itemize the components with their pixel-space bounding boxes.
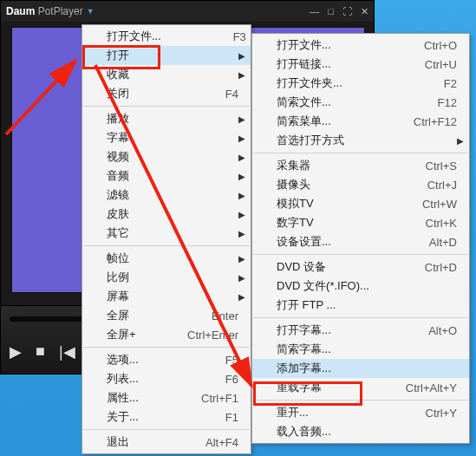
main-menu-item-19[interactable]: 选项...F5 <box>82 350 251 369</box>
open-menu-item-22[interactable]: 重开...Ctrl+Y <box>252 403 469 422</box>
menu-item-label: 滤镜 <box>107 187 238 203</box>
menu-item-label: 关于... <box>107 409 188 425</box>
main-menu-item-17[interactable]: 全屏+Ctrl+Enter <box>82 325 251 344</box>
menu-item-shortcut: Ctrl+O <box>407 39 457 52</box>
main-menu-item-14[interactable]: 比例▶ <box>82 268 251 287</box>
menu-item-shortcut: Ctrl+U <box>407 58 457 71</box>
submenu-arrow-icon: ▶ <box>238 254 245 264</box>
open-menu-item-9[interactable]: 模拟TVCtrl+W <box>252 194 469 213</box>
menu-item-shortcut: Ctrl+S <box>407 160 457 173</box>
menu-item-label: 模拟TV <box>277 196 407 212</box>
open-menu-item-14[interactable]: DVD 文件(*.IFO)... <box>252 277 469 296</box>
menu-item-shortcut: F12 <box>407 96 457 109</box>
open-menu-item-8[interactable]: 摄像头Ctrl+J <box>252 175 469 194</box>
open-menu-item-3[interactable]: 简索文件...F12 <box>252 93 469 112</box>
menu-item-label: 数字TV <box>277 215 407 231</box>
menu-item-label: 简索菜单... <box>277 114 407 129</box>
open-menu-item-17[interactable]: 打开字幕...Alt+O <box>252 321 469 340</box>
menu-item-label: 打开文件夹... <box>277 75 407 91</box>
main-menu-item-20[interactable]: 列表...F6 <box>82 369 251 388</box>
main-menu-item-11[interactable]: 其它▶ <box>82 224 251 243</box>
submenu-arrow-icon: ▶ <box>238 134 245 143</box>
submenu-arrow-icon: ▶ <box>238 273 245 283</box>
open-menu-item-1[interactable]: 打开链接...Ctrl+U <box>252 55 469 74</box>
app-title: Daum PotPlayer <box>6 5 83 17</box>
submenu-arrow-icon: ▶ <box>457 136 464 146</box>
dropdown-icon[interactable]: ▼ <box>87 7 95 16</box>
minimize-button[interactable]: — <box>310 6 319 17</box>
open-menu-item-13[interactable]: DVD 设备Ctrl+D <box>252 257 469 277</box>
main-menu-item-21[interactable]: 属性...Ctrl+F1 <box>82 388 251 407</box>
menu-item-shortcut: Ctrl+K <box>407 217 457 230</box>
menu-item-shortcut: Ctrl+J <box>407 179 457 192</box>
main-menu-item-9[interactable]: 滤镜▶ <box>82 186 251 205</box>
main-menu-item-7[interactable]: 视频▶ <box>82 147 251 166</box>
main-menu-item-13[interactable]: 帧位▶ <box>82 249 251 268</box>
open-menu-item-4[interactable]: 简索菜单...Ctrl+F12 <box>252 112 469 131</box>
menu-item-label: 音频 <box>107 168 238 184</box>
main-menu-item-5[interactable]: 播放▶ <box>82 109 251 128</box>
menu-item-shortcut: Alt+O <box>407 324 457 337</box>
menu-item-label: 设备设置... <box>277 234 407 250</box>
menu-item-shortcut: Ctrl+D <box>407 261 457 274</box>
menu-item-label: 视频 <box>107 149 238 165</box>
menu-item-shortcut: F4 <box>188 88 238 101</box>
menu-item-label: 摄像头 <box>277 177 407 192</box>
open-menu-item-10[interactable]: 数字TVCtrl+K <box>252 213 469 232</box>
submenu-arrow-icon: ▶ <box>238 153 245 162</box>
main-menu-item-10[interactable]: 皮肤▶ <box>82 205 251 224</box>
main-menu-item-24[interactable]: 退出Alt+F4 <box>82 433 251 452</box>
main-menu-item-3[interactable]: 关闭F4 <box>82 84 251 103</box>
menu-item-label: 收藏 <box>107 67 238 82</box>
titlebar: Daum PotPlayer ▼ — □ ⛶ ✕ <box>1 1 374 22</box>
close-button[interactable]: ✕ <box>361 6 368 17</box>
menu-item-label: 打开字幕... <box>277 322 407 338</box>
menu-item-shortcut: Ctrl+F12 <box>407 115 457 128</box>
stop-button[interactable]: ■ <box>36 342 45 362</box>
open-menu-item-11[interactable]: 设备设置...Alt+D <box>252 232 469 251</box>
open-menu-item-18[interactable]: 简索字幕... <box>252 340 469 359</box>
open-menu-item-2[interactable]: 打开文件夹...F2 <box>252 74 469 93</box>
menu-item-label: 打开链接... <box>277 56 407 72</box>
open-menu-item-19[interactable]: 添加字幕... <box>252 359 469 378</box>
open-menu-item-20[interactable]: 重载字幕Ctrl+Alt+Y <box>252 378 469 397</box>
menu-item-label: 简索字幕... <box>277 342 457 357</box>
main-menu-item-22[interactable]: 关于...F1 <box>82 407 251 427</box>
open-menu-item-15[interactable]: 打开 FTP ... <box>252 296 469 315</box>
open-menu-item-5[interactable]: 首选打开方式▶ <box>252 131 469 150</box>
play-button[interactable]: ▶ <box>10 342 22 362</box>
menu-item-label: 字幕 <box>107 130 238 146</box>
main-menu-item-8[interactable]: 音频▶ <box>82 166 251 186</box>
menu-item-label: 其它 <box>107 225 238 241</box>
main-menu-item-6[interactable]: 字幕▶ <box>82 128 251 147</box>
main-menu-item-16[interactable]: 全屏Enter <box>82 306 251 325</box>
main-menu-item-1[interactable]: 打开▶ <box>82 46 251 65</box>
window-buttons: — □ ⛶ ✕ <box>310 6 368 17</box>
menu-item-shortcut: Ctrl+W <box>407 198 457 211</box>
menu-item-shortcut: F6 <box>188 373 238 386</box>
menu-item-label: 首选打开方式 <box>277 133 457 148</box>
fullscreen-button[interactable]: ⛶ <box>342 6 352 17</box>
menu-item-label: 皮肤 <box>107 206 238 222</box>
main-menu-item-0[interactable]: 打开文件...F3 <box>82 27 251 46</box>
menu-item-label: 帧位 <box>107 251 238 266</box>
menu-item-label: 打开 <box>107 48 238 63</box>
menu-item-label: 比例 <box>107 270 238 285</box>
menu-item-label: 属性... <box>107 390 188 406</box>
menu-item-shortcut: F5 <box>188 354 238 367</box>
main-menu-item-15[interactable]: 屏幕▶ <box>82 287 251 306</box>
submenu-arrow-icon: ▶ <box>238 70 245 80</box>
open-menu-item-0[interactable]: 打开文件...Ctrl+O <box>252 36 469 55</box>
prev-button[interactable]: |◀ <box>59 342 75 362</box>
submenu-arrow-icon: ▶ <box>238 229 245 238</box>
menu-item-label: 选项... <box>107 352 188 368</box>
menu-item-label: DVD 设备 <box>277 259 407 275</box>
maximize-button[interactable]: □ <box>328 6 334 17</box>
submenu-arrow-icon: ▶ <box>238 292 245 302</box>
menu-item-label: 全屏 <box>107 308 188 323</box>
main-menu-item-2[interactable]: 收藏▶ <box>82 65 251 84</box>
menu-item-shortcut: Enter <box>188 309 238 322</box>
menu-item-label: 打开文件... <box>277 37 407 53</box>
open-menu-item-23[interactable]: 载入音频... <box>252 422 469 441</box>
open-menu-item-7[interactable]: 采集器Ctrl+S <box>252 156 469 175</box>
